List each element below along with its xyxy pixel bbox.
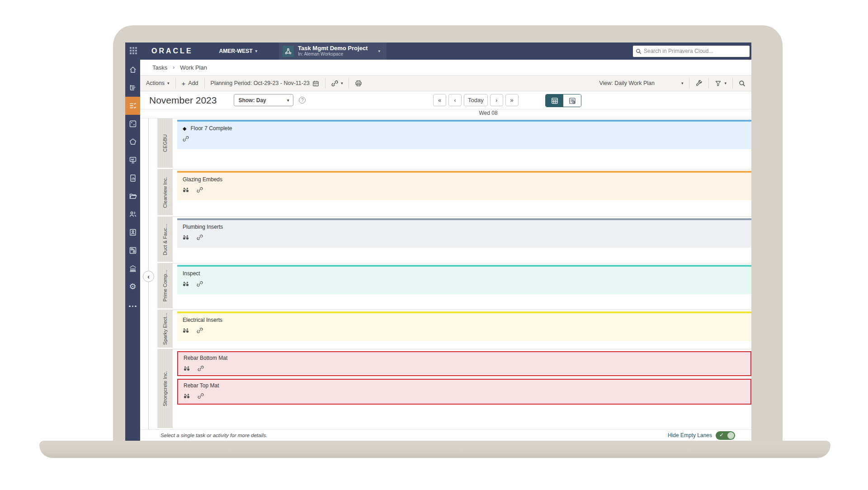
id-badge-icon	[129, 228, 137, 236]
link-icon[interactable]	[197, 234, 203, 240]
task-bar-floor-7-complete[interactable]: ◆ Floor 7 Complete	[177, 120, 751, 149]
calendar-view-toggle[interactable]	[546, 94, 563, 107]
task-name: Electrical Inserts	[183, 317, 222, 323]
swimlane-clearview: Clearview Inc. Glazing Embeds	[157, 170, 751, 217]
task-bar-electrical-inserts[interactable]: Electrical Inserts	[177, 311, 751, 341]
add-button[interactable]: + Add	[176, 75, 204, 91]
sidebar-item-workflows[interactable]	[125, 241, 140, 259]
customize-button[interactable]	[689, 75, 708, 91]
list-view-toggle[interactable]	[563, 94, 581, 107]
lane-label: Clearview Inc.	[157, 170, 173, 217]
breadcrumb-tasks[interactable]: Tasks	[152, 64, 167, 71]
month-title: November 2023	[149, 95, 217, 106]
prev-day-button[interactable]: ‹	[448, 94, 462, 106]
view-selector-label: View: Daily Work Plan	[599, 80, 655, 86]
selection-hint: Select a single task or activity for mor…	[160, 433, 268, 438]
binoculars-icon[interactable]	[183, 234, 189, 240]
task-bar-glazing-embeds[interactable]: Glazing Embeds	[177, 171, 751, 200]
report-view-icon	[569, 97, 576, 104]
hide-empty-lanes-toggle[interactable]: ✓	[716, 431, 735, 440]
org-selector-label: AMER-WEST	[219, 48, 253, 54]
project-subtitle: In: Aleman Workspace	[298, 52, 368, 57]
calendar-icon	[312, 80, 319, 87]
dice-icon	[129, 120, 137, 128]
binoculars-icon[interactable]	[183, 281, 189, 287]
today-button[interactable]: Today	[464, 94, 488, 106]
project-selector[interactable]: Task Mgmt Demo Project In: Aleman Worksp…	[279, 42, 387, 60]
next-period-button[interactable]: »	[505, 94, 519, 106]
task-bar-rebar-bottom-mat[interactable]: Rebar Bottom Mat	[177, 351, 751, 376]
link-icon[interactable]	[198, 393, 204, 399]
sidebar-item-reports[interactable]	[125, 169, 140, 187]
lane-label: Duct & Fauc...	[157, 217, 173, 263]
binoculars-icon[interactable]	[183, 327, 189, 334]
page-toolbar: Actions ▾ + Add Planning Period: Oct-29-…	[140, 75, 751, 91]
app-window: ORACLE AMER-WEST ▾ Task Mgmt Demo Projec…	[125, 42, 751, 441]
show-interval-select[interactable]: Show: Day ▾	[234, 94, 293, 106]
prev-period-button[interactable]: «	[433, 94, 446, 106]
swimlane-strongcrete: Strongcrete Inc. Rebar Bottom Mat Reba	[157, 349, 751, 429]
binoculars-icon[interactable]	[183, 187, 189, 193]
chevron-down-icon: ▾	[255, 49, 258, 53]
status-bar: Select a single task or activity for mor…	[140, 429, 751, 441]
swimlane-sparky-elect: Sparky Elect... Electrical Inserts	[157, 310, 751, 349]
date-nav-group: « ‹ Today › »	[433, 94, 519, 106]
task-bar-plumbing-inserts[interactable]: Plumbing Inserts	[177, 218, 751, 248]
help-icon[interactable]: ?	[299, 97, 306, 104]
binoculars-icon[interactable]	[184, 365, 190, 372]
task-name: Floor 7 Complete	[190, 125, 232, 132]
org-selector[interactable]: AMER-WEST ▾	[219, 48, 258, 54]
lane-body: ◆ Floor 7 Complete	[173, 118, 751, 169]
link-icon[interactable]	[197, 187, 203, 193]
toggle-knob	[727, 432, 734, 439]
chevron-down-icon: ▾	[681, 81, 684, 85]
binoculars-icon[interactable]	[184, 393, 190, 399]
chevron-down-icon: ▾	[341, 81, 343, 85]
sidebar-item-home[interactable]	[125, 61, 140, 79]
sidebar-item-files[interactable]	[125, 187, 140, 205]
sidebar-item-risk[interactable]	[125, 133, 140, 151]
link-icon[interactable]	[197, 327, 203, 334]
sidebar-item-dashboards[interactable]	[125, 151, 140, 169]
link-tool-button[interactable]: ▾	[326, 75, 349, 91]
sidebar-item-scope[interactable]	[125, 115, 140, 133]
app-grid-icon[interactable]	[130, 47, 138, 55]
next-day-button[interactable]: ›	[490, 94, 503, 106]
monitor-chart-icon	[129, 156, 137, 164]
sidebar-item-resources[interactable]	[125, 205, 140, 223]
link-icon[interactable]	[183, 136, 189, 142]
report-document-icon	[129, 174, 137, 182]
task-bar-inspect[interactable]: Inspect	[177, 265, 751, 294]
collapse-panel-button[interactable]: ‹	[143, 271, 154, 282]
work-plan-lanes: ‹ CEGBU ◆ Floor 7 Complete	[140, 118, 751, 429]
link-icon[interactable]	[198, 365, 204, 372]
sidebar-item-organization[interactable]	[125, 259, 140, 278]
planning-period-button[interactable]: Planning Period: Oct-29-23 - Nov-11-23	[205, 75, 325, 91]
left-nav-sidebar: ⚙	[125, 60, 140, 441]
oracle-logo[interactable]: ORACLE	[151, 47, 193, 55]
filter-button[interactable]: ▾	[709, 75, 732, 91]
task-name: Inspect	[183, 270, 200, 277]
sidebar-item-tasks-active[interactable]	[125, 97, 140, 115]
project-title: Task Mgmt Demo Project	[298, 45, 368, 52]
task-bar-rebar-top-mat[interactable]: Rebar Top Mat	[177, 379, 751, 405]
search-input[interactable]	[644, 48, 747, 54]
project-icon	[283, 46, 294, 57]
sidebar-item-roles[interactable]	[125, 223, 140, 241]
swimlane-cegbu: CEGBU ◆ Floor 7 Complete	[157, 118, 751, 170]
search-tool-button[interactable]	[733, 75, 751, 91]
laptop-base	[39, 441, 830, 458]
lane-label: Prime Comp...	[157, 264, 173, 310]
link-icon[interactable]	[197, 281, 203, 287]
sidebar-item-settings[interactable]: ⚙	[125, 278, 140, 296]
task-name: Glazing Embeds	[183, 176, 222, 183]
hide-empty-lanes-control: Hide Empty Lanes ✓	[668, 431, 735, 440]
swimlane-duct-fauc: Duct & Fauc... Plumbing Inserts	[157, 217, 751, 264]
search-icon	[636, 48, 642, 54]
actions-menu-button[interactable]: Actions ▾	[140, 75, 175, 91]
sidebar-item-wbs[interactable]	[125, 79, 140, 97]
workflow-nodes-icon	[129, 246, 137, 254]
sidebar-item-more[interactable]	[125, 296, 140, 314]
view-selector[interactable]: View: Daily Work Plan ▾	[593, 75, 689, 91]
print-button[interactable]	[349, 75, 368, 91]
